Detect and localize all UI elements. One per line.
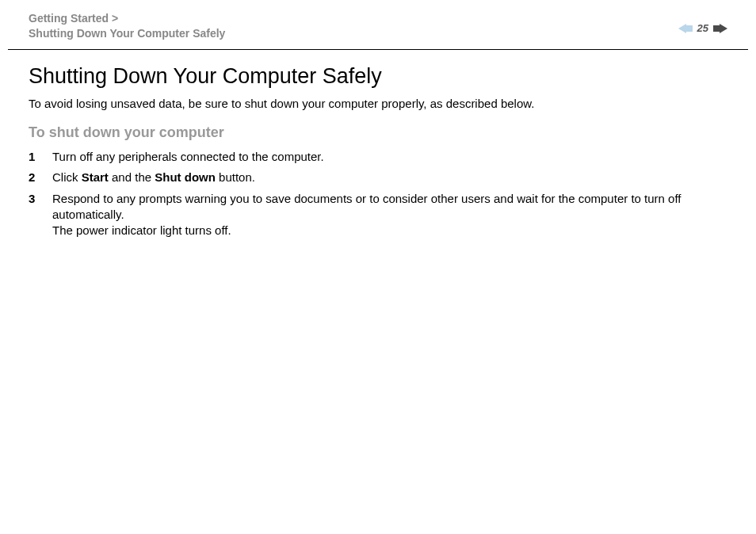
arrow-right-icon [713,23,727,34]
page-number: 25 [697,22,708,34]
svg-marker-1 [686,25,693,32]
next-page-button[interactable] [713,23,727,34]
breadcrumb: Getting Started > Shutting Down Your Com… [29,11,225,41]
step-number: 2 [29,170,52,185]
step-number: 3 [29,191,52,239]
section-heading: To shut down your computer [29,124,727,141]
step-text: Click Start and the Shut down button. [52,170,255,185]
breadcrumb-line-1: Getting Started > [29,11,225,26]
step-text: Respond to any prompts warning you to sa… [52,191,727,239]
svg-marker-3 [713,25,720,32]
page-header: Getting Started > Shutting Down Your Com… [0,0,756,49]
svg-marker-2 [720,24,727,33]
step-text: Turn off any peripherals connected to th… [52,149,324,165]
intro-paragraph: To avoid losing unsaved data, be sure to… [29,97,727,110]
step-item: 3Respond to any prompts warning you to s… [29,191,727,239]
svg-marker-0 [678,24,686,33]
prev-page-button[interactable] [678,23,693,34]
step-item: 2Click Start and the Shut down button. [29,170,727,185]
page-navigation: 25 [678,11,727,34]
steps-list: 1Turn off any peripherals connected to t… [29,149,727,238]
step-item: 1Turn off any peripherals connected to t… [29,149,727,165]
step-number: 1 [29,149,52,165]
page-title: Shutting Down Your Computer Safely [29,64,727,89]
breadcrumb-line-2: Shutting Down Your Computer Safely [29,26,225,41]
page-content: Shutting Down Your Computer Safely To av… [0,50,756,238]
arrow-left-icon [678,23,693,34]
